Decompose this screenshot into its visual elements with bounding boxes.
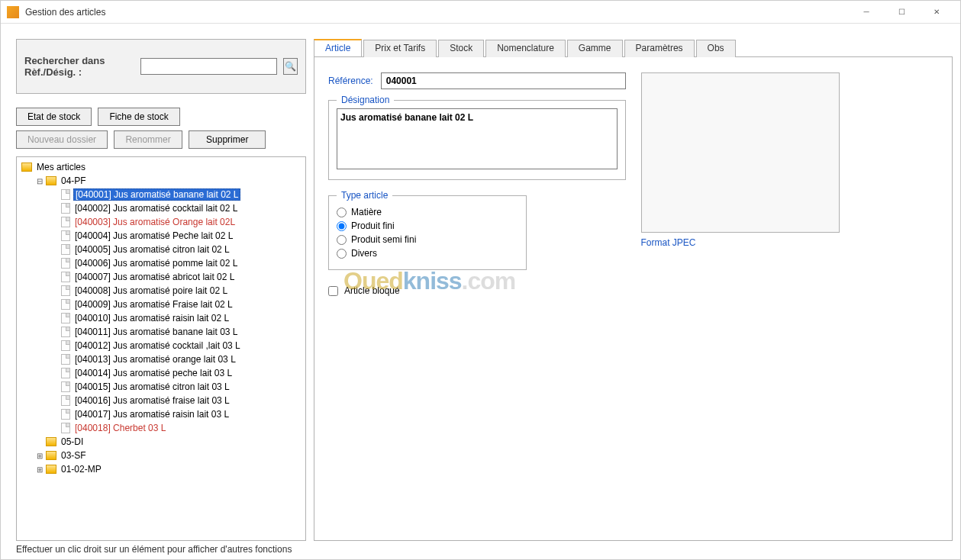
tree-node[interactable]: [040003] Jus aromatisé Orange lait 02L xyxy=(18,215,304,229)
file-icon xyxy=(61,272,70,282)
tab-stock[interactable]: Stock xyxy=(438,40,484,57)
minimize-button[interactable]: ─ xyxy=(849,1,884,24)
image-preview[interactable] xyxy=(641,72,840,233)
fiche-stock-button[interactable]: Fiche de stock xyxy=(98,108,179,126)
tree-node[interactable]: [040008] Jus aromatisé poire lait 02 L xyxy=(18,284,304,298)
tree-node[interactable]: [040005] Jus aromatisé citron lait 02 L xyxy=(18,243,304,256)
tree-node[interactable]: [040018] Cherbet 03 L xyxy=(18,421,304,435)
search-input[interactable] xyxy=(140,58,277,75)
tree-node[interactable]: [040014] Jus aromatisé peche lait 03 L xyxy=(18,366,304,380)
form-right: Format JPEC xyxy=(641,72,939,525)
article-bloque-checkbox[interactable] xyxy=(328,286,338,296)
type-article-label: Type article xyxy=(337,190,392,201)
article-bloque-row: Article bloqué xyxy=(328,285,626,296)
tree-item-label: [040013] Jus aromatisé orange lait 03 L xyxy=(73,354,237,365)
type-option-radio[interactable] xyxy=(337,208,347,217)
app-icon xyxy=(7,6,19,18)
tree-node[interactable]: Mes articles xyxy=(18,160,304,174)
binoculars-icon: 🔍 xyxy=(285,61,296,72)
article-bloque-label: Article bloqué xyxy=(344,285,400,296)
tabs-bar: ArticlePrix et TarifsStockNomenclatureGa… xyxy=(314,39,953,57)
tab-prix-et-tarifs[interactable]: Prix et Tarifs xyxy=(363,40,437,57)
tree-item-label: [040007] Jus aromatisé abricot lait 02 L xyxy=(73,272,236,282)
type-option-radio[interactable] xyxy=(337,235,347,245)
tree-toggle[interactable]: ⊟ xyxy=(35,177,44,185)
file-icon xyxy=(61,217,70,227)
close-button[interactable]: ✕ xyxy=(919,1,954,24)
file-icon xyxy=(61,354,70,365)
nouveau-dossier-button[interactable]: Nouveau dossier xyxy=(16,130,108,149)
type-option-radio[interactable] xyxy=(337,221,347,231)
tree-node[interactable]: [040016] Jus aromatisé fraise lait 03 L xyxy=(18,394,304,407)
tree-folder-label: 04-PF xyxy=(60,175,88,186)
maximize-button[interactable]: ☐ xyxy=(884,1,919,24)
content-area: Rechercher dans Rèf./Désig. : 🔍 Etat de … xyxy=(1,24,960,541)
supprimer-button[interactable]: Supprimer xyxy=(189,130,266,149)
tree-node[interactable]: [040001] Jus aromatisé banane lait 02 L xyxy=(18,188,304,201)
reference-input[interactable] xyxy=(381,72,626,89)
app-window: Gestion des articles ─ ☐ ✕ Rechercher da… xyxy=(0,0,961,560)
tab-param-tres[interactable]: Paramètres xyxy=(624,40,695,57)
folder-icon xyxy=(46,437,56,446)
tree-toggle[interactable]: ⊞ xyxy=(35,452,44,460)
file-icon xyxy=(61,327,70,337)
tree-node[interactable]: [040004] Jus aromatisé Peche lait 02 L xyxy=(18,229,304,243)
tree-item-label: [040008] Jus aromatisé poire lait 02 L xyxy=(73,285,229,296)
type-option-label: Divers xyxy=(351,248,377,259)
search-button[interactable]: 🔍 xyxy=(283,58,298,75)
tab-gamme[interactable]: Gamme xyxy=(567,40,623,57)
file-icon xyxy=(61,203,70,214)
file-icon xyxy=(61,395,70,406)
file-icon xyxy=(61,258,70,269)
tree-node[interactable]: [040002] Jus aromatisé cocktail lait 02 … xyxy=(18,201,304,215)
tree-node[interactable]: [040015] Jus aromatisé citron lait 03 L xyxy=(18,380,304,394)
file-icon xyxy=(61,244,70,255)
tree-folder-label: 03-SF xyxy=(60,450,88,461)
tree-item-label: [040009] Jus aromatisé Fraise lait 02 L xyxy=(73,299,234,310)
folder-icon xyxy=(46,451,56,460)
window-title: Gestion des articles xyxy=(25,7,849,18)
tree-item-label: [040002] Jus aromatisé cocktail lait 02 … xyxy=(73,203,239,214)
tree-node[interactable]: [040012] Jus aromatisé cocktail ,lait 03… xyxy=(18,339,304,352)
type-option-row: Produit fini xyxy=(337,220,518,231)
tree-node[interactable]: ⊞01-02-MP xyxy=(18,462,304,476)
tree-node[interactable]: 05-DI xyxy=(18,435,304,449)
tree-node[interactable]: [040013] Jus aromatisé orange lait 03 L xyxy=(18,352,304,366)
tree-node[interactable]: [040011] Jus aromatisé banane lait 03 L xyxy=(18,325,304,339)
type-option-label: Matière xyxy=(351,207,382,217)
folder-buttons-row: Nouveau dossier Renommer Supprimer xyxy=(16,130,306,149)
file-icon xyxy=(61,381,70,392)
tree-node[interactable]: [040006] Jus aromatisé pomme lait 02 L xyxy=(18,256,304,270)
reference-label: Référence: xyxy=(328,76,373,86)
type-option-row: Produit semi fini xyxy=(337,234,518,245)
designation-input[interactable]: Jus aromatisé banane lait 02 L xyxy=(337,108,618,169)
tree-item-label: [040017] Jus aromatisé raisin lait 03 L xyxy=(73,409,231,420)
folder-icon xyxy=(46,176,56,185)
tree-item-label: [040004] Jus aromatisé Peche lait 02 L xyxy=(73,230,234,241)
type-option-label: Produit fini xyxy=(351,220,395,231)
article-tree[interactable]: Mes articles⊟04-PF[040001] Jus aromatisé… xyxy=(16,156,306,541)
file-icon xyxy=(61,299,70,310)
file-icon xyxy=(61,189,70,200)
tree-item-label: [040012] Jus aromatisé cocktail ,lait 03… xyxy=(73,340,242,351)
renommer-button[interactable]: Renommer xyxy=(114,130,182,149)
folder-icon xyxy=(46,465,56,474)
tree-node[interactable]: ⊞03-SF xyxy=(18,449,304,462)
form-left: Référence: Désignation Jus aromatisé ban… xyxy=(328,72,626,525)
tree-node[interactable]: [040007] Jus aromatisé abricot lait 02 L xyxy=(18,270,304,284)
etat-stock-button[interactable]: Etat de stock xyxy=(16,108,92,126)
tree-node[interactable]: [040010] Jus aromatisé raisin lait 02 L xyxy=(18,311,304,325)
file-icon xyxy=(61,285,70,296)
tree-toggle[interactable]: ⊞ xyxy=(35,465,44,474)
tree-node[interactable]: ⊟04-PF xyxy=(18,174,304,188)
tab-article[interactable]: Article xyxy=(314,39,362,56)
tree-node[interactable]: [040017] Jus aromatisé raisin lait 03 L xyxy=(18,407,304,421)
type-option-radio[interactable] xyxy=(337,249,347,259)
tab-obs[interactable]: Obs xyxy=(696,40,736,57)
tree-node[interactable]: [040009] Jus aromatisé Fraise lait 02 L xyxy=(18,298,304,311)
tree-item-label: [040016] Jus aromatisé fraise lait 03 L xyxy=(73,395,231,406)
file-icon xyxy=(61,313,70,323)
tab-nomenclature[interactable]: Nomenclature xyxy=(485,40,566,57)
designation-label: Désignation xyxy=(337,95,394,105)
tree-folder-label: 05-DI xyxy=(60,436,85,447)
